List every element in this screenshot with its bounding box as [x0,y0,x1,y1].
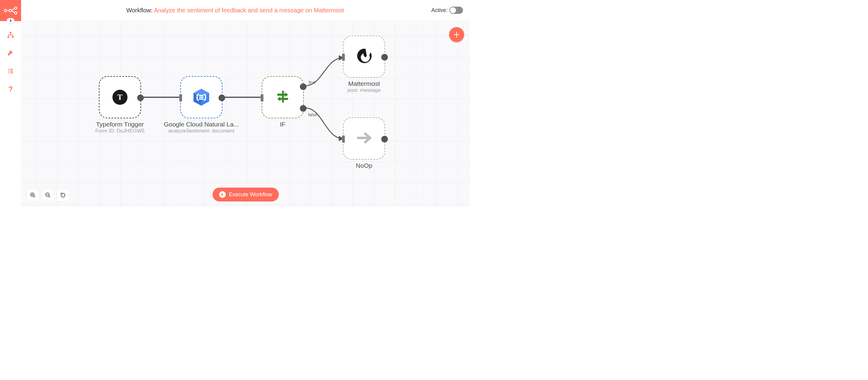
svg-rect-5 [7,36,9,38]
node-subtitle: post: message [343,87,385,93]
svg-point-3 [14,12,17,14]
output-port[interactable] [381,54,388,61]
input-port[interactable] [261,94,264,101]
input-port[interactable] [342,136,345,143]
svg-rect-22 [280,98,288,100]
google-cloud-nl-icon [192,88,211,107]
output-port-false[interactable] [300,105,307,112]
port-label-false: false [308,112,317,117]
workflow-name[interactable]: Analyze the sentiment of feedback and se… [154,7,344,13]
logo[interactable] [0,0,21,21]
input-port[interactable] [179,94,182,101]
node-title: Mattermost [343,80,385,87]
svg-line-27 [34,196,35,198]
input-port[interactable] [342,54,345,61]
zoom-in-button[interactable] [27,189,39,201]
toggle-knob [450,7,456,13]
node-title: NoOp [343,162,385,169]
key-icon [7,50,13,56]
output-port[interactable] [137,95,144,101]
header-bar: Workflow: Analyze the sentiment of feedb… [0,0,470,21]
typeform-icon: T [113,90,127,105]
svg-rect-12 [10,73,13,73]
node-title: IF [261,121,304,128]
svg-point-7 [8,69,9,70]
svg-marker-23 [277,97,280,101]
output-port[interactable] [218,95,225,101]
svg-point-9 [8,70,9,71]
svg-line-31 [49,196,50,198]
node-subtitle: Form ID: DuJHEGW5 [90,128,150,134]
node-subtitle: analyzeSentiment: document [164,128,239,134]
mattermost-icon [355,47,373,66]
arrow-right-icon [356,132,372,145]
svg-point-2 [14,7,17,9]
svg-rect-20 [277,94,285,96]
help-icon: ? [8,85,13,93]
svg-point-0 [4,9,7,12]
reset-icon [60,192,66,198]
zoom-out-icon [45,192,51,198]
n8n-logo-icon [4,6,18,15]
execute-workflow-button[interactable]: Execute Workflow [213,187,279,201]
plus-icon [453,31,460,38]
workflow-prefix: Workflow: [126,7,153,13]
node-if[interactable]: true false IF [261,76,304,128]
svg-point-1 [9,9,11,12]
output-port[interactable] [381,136,388,142]
active-label: Active: [431,7,447,13]
sidebar-item-workflows[interactable] [4,31,17,39]
zoom-out-button[interactable] [41,189,54,201]
add-node-button[interactable] [449,27,464,42]
list-icon [7,68,13,74]
active-toggle[interactable] [450,7,463,14]
workflow-canvas[interactable]: T Typeform Trigger Form ID: DuJHEGW5 [21,21,470,207]
sidebar-item-help[interactable]: ? [4,85,17,93]
connections-layer [21,21,470,207]
sidebar-item-credentials[interactable] [4,49,17,57]
port-label-true: true [309,80,316,84]
node-mattermost[interactable]: Mattermost post: message [343,36,385,93]
play-icon [219,191,226,198]
node-title: Google Cloud Natural La... [164,121,239,128]
svg-marker-21 [285,93,288,97]
zoom-controls [27,189,69,201]
active-toggle-group: Active: [431,7,463,14]
output-port-true[interactable] [300,83,307,90]
node-typeform[interactable]: T Typeform Trigger Form ID: DuJHEGW5 [90,76,150,134]
svg-rect-8 [10,69,13,70]
zoom-reset-button[interactable] [57,189,69,201]
zoom-in-icon [30,192,36,198]
sidebar-item-executions[interactable] [4,67,17,75]
workflow-title-container[interactable]: Workflow: Analyze the sentiment of feedb… [126,7,344,14]
execute-label: Execute Workflow [229,192,272,198]
svg-rect-4 [10,32,11,33]
expand-sidebar-button[interactable] [7,18,14,24]
condition-icon [274,88,291,106]
svg-point-11 [8,72,9,73]
svg-rect-6 [12,36,14,38]
node-title: Typeform Trigger [90,121,150,128]
svg-rect-10 [10,71,13,72]
node-google-nl[interactable]: Google Cloud Natural La... analyzeSentim… [164,76,239,134]
sidebar: ? [0,0,21,207]
workflows-icon [7,32,14,38]
node-noop[interactable]: NoOp [343,117,385,169]
svg-rect-19 [282,91,284,103]
